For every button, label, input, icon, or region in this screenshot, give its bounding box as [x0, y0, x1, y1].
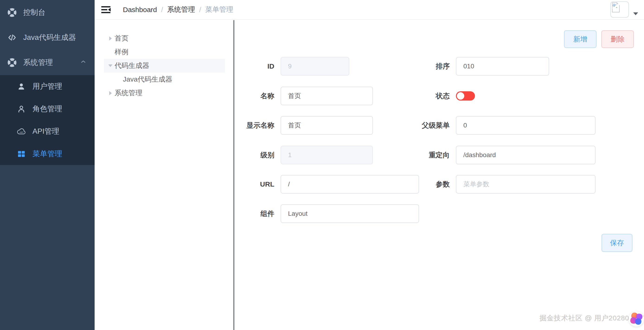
sidebar-submenu: 用户管理 角色管理 API API管理 菜单管理 [0, 75, 94, 165]
field-label: ID [221, 62, 274, 70]
user-outline-icon [16, 104, 26, 114]
field-params: 参数 [396, 175, 596, 194]
tree-node-label: 样例 [114, 47, 128, 57]
breadcrumb: Dashboard / 系统管理 / 菜单管理 [123, 5, 233, 14]
caret-right-icon[interactable] [106, 36, 114, 40]
field-label: 组件 [221, 209, 274, 219]
name-input[interactable] [280, 87, 373, 105]
breadcrumb-item-dashboard[interactable]: Dashboard [123, 6, 157, 14]
tree-node-home[interactable]: 首页 [104, 31, 225, 45]
field-display-name: 显示名称 [221, 116, 373, 135]
dashboard-icon [7, 7, 17, 18]
field-label: 级别 [221, 150, 274, 160]
tree-node-label: 代码生成器 [114, 61, 149, 70]
field-label: 状态 [396, 91, 450, 101]
delete-button[interactable]: 删除 [601, 30, 634, 48]
field-parent-menu: 父级菜单 [396, 116, 596, 135]
display-name-input[interactable] [280, 116, 373, 135]
field-level: 级别 [221, 146, 373, 164]
sidebar-item-label: 角色管理 [32, 104, 62, 114]
code-icon [7, 32, 17, 43]
svg-text:API: API [20, 131, 23, 133]
field-label: 显示名称 [221, 121, 274, 130]
id-input[interactable] [280, 57, 349, 75]
broken-image-icon [611, 9, 620, 13]
sidebar-item-roles[interactable]: 角色管理 [0, 98, 94, 120]
top-header: Dashboard / 系统管理 / 菜单管理 [94, 0, 644, 20]
sidebar-item-api[interactable]: API API管理 [0, 120, 94, 143]
field-component: 组件 [221, 204, 419, 223]
field-redirect: 重定向 [396, 146, 596, 164]
field-sort: 排序 [396, 57, 549, 75]
dashboard-icon [7, 57, 17, 68]
field-label: 重定向 [396, 150, 450, 160]
clover-logo-icon [630, 312, 643, 325]
params-input[interactable] [456, 175, 596, 194]
sidebar-item-console[interactable]: 控制台 [0, 0, 94, 25]
breadcrumb-separator: / [199, 6, 201, 14]
caret-right-icon[interactable] [106, 91, 114, 95]
sidebar-item-menus[interactable]: 菜单管理 [0, 143, 94, 165]
caret-down-icon[interactable] [633, 12, 638, 16]
breadcrumb-separator: / [161, 6, 163, 14]
api-cloud-icon: API [16, 126, 26, 136]
avatar[interactable] [610, 1, 629, 18]
sidebar-item-java-generator[interactable]: Java代码生成器 [0, 25, 94, 50]
tree-node-label: 首页 [114, 34, 128, 43]
level-input[interactable] [280, 146, 373, 164]
field-label: 排序 [396, 62, 450, 71]
breadcrumb-item-system[interactable]: 系统管理 [167, 5, 195, 14]
user-filled-icon [16, 81, 26, 91]
sort-input[interactable] [456, 57, 549, 75]
tree-node-label: Java代码生成器 [123, 75, 172, 84]
tree-node-label: 系统管理 [114, 88, 142, 98]
chevron-up-icon [80, 58, 87, 67]
app-window: 控制台 Java代码生成器 系统管理 用户管理 [0, 0, 644, 330]
tree-node-system[interactable]: 系统管理 [104, 86, 225, 100]
status-toggle[interactable] [456, 91, 475, 101]
sidebar-item-label: 用户管理 [32, 81, 62, 91]
save-button[interactable]: 保存 [602, 234, 632, 252]
collapse-menu-icon[interactable] [101, 4, 111, 15]
sidebar-item-label: 菜单管理 [32, 149, 62, 159]
sidebar: 控制台 Java代码生成器 系统管理 用户管理 [0, 0, 94, 330]
field-status: 状态 [396, 87, 475, 105]
sidebar-item-label: API管理 [32, 126, 59, 136]
sidebar-item-system[interactable]: 系统管理 [0, 50, 94, 75]
field-label: 名称 [221, 91, 274, 101]
caret-down-icon[interactable] [106, 64, 114, 67]
sidebar-item-label: 系统管理 [23, 57, 53, 68]
menu-tree: 首页 样例 代码生成器 Java代码生成器 系统管理 [104, 31, 225, 100]
toggle-knob [457, 92, 464, 100]
grid-icon [16, 149, 26, 159]
field-label: 参数 [396, 180, 450, 189]
field-name: 名称 [221, 87, 373, 105]
field-url: URL [221, 175, 419, 194]
add-button[interactable]: 新增 [564, 30, 596, 48]
watermark-text: 掘金技术社区 @ 用户2028020804690 [540, 313, 644, 323]
component-input[interactable] [280, 204, 419, 223]
tree-node-java-generator[interactable]: Java代码生成器 [104, 72, 225, 86]
tree-node-generator[interactable]: 代码生成器 [104, 59, 225, 72]
breadcrumb-item-menus: 菜单管理 [205, 5, 233, 14]
redirect-input[interactable] [456, 146, 596, 164]
field-label: URL [221, 180, 274, 188]
sidebar-item-label: 控制台 [23, 7, 46, 18]
field-label: 父级菜单 [396, 121, 450, 130]
sidebar-item-users[interactable]: 用户管理 [0, 75, 94, 98]
parent-menu-input[interactable] [456, 116, 596, 135]
floating-badge[interactable] [629, 311, 644, 327]
sidebar-item-label: Java代码生成器 [23, 32, 76, 43]
field-id: ID [221, 57, 349, 75]
tree-node-sample[interactable]: 样例 [104, 45, 225, 59]
